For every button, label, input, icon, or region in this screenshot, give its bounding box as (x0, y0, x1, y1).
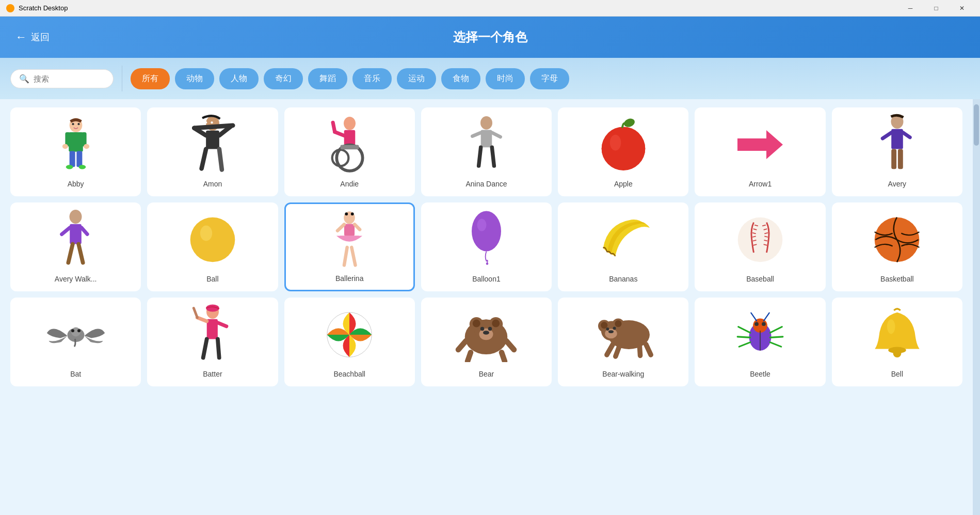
filter-btn-music[interactable]: 音乐 (352, 68, 392, 89)
svg-point-115 (608, 330, 614, 333)
sprite-label-bell: Bell (891, 370, 903, 378)
svg-rect-5 (76, 151, 82, 167)
title-bar-left: Scratch Desktop (6, 4, 68, 12)
svg-line-130 (770, 342, 781, 347)
sprite-label-avery-walk...: Avery Walk... (55, 275, 97, 283)
sprite-card-avery-walk...[interactable]: Avery Walk... (10, 202, 141, 291)
app-icon (6, 4, 14, 12)
svg-point-28 (480, 116, 492, 130)
search-input[interactable] (34, 74, 106, 83)
filter-btn-food[interactable]: 食物 (441, 68, 480, 89)
svg-line-86 (218, 323, 227, 326)
svg-line-118 (616, 346, 619, 356)
sprite-image-andie (290, 114, 410, 176)
svg-point-7 (84, 144, 89, 149)
svg-point-45 (70, 210, 82, 224)
svg-line-16 (194, 126, 233, 128)
sprite-label-ball: Ball (206, 275, 218, 283)
sprite-card-bell[interactable]: Bell (832, 298, 962, 386)
svg-line-18 (219, 149, 222, 170)
sprite-label-beetle: Beetle (750, 370, 770, 378)
scrollbar[interactable] (973, 99, 980, 515)
sprite-label-balloon1: Balloon1 (472, 275, 501, 283)
svg-line-50 (78, 244, 83, 262)
sprite-card-avery[interactable]: Avery (832, 107, 962, 196)
sprite-card-bat[interactable]: Bat (10, 298, 141, 386)
sprite-card-balloon1[interactable]: Balloon1 (421, 202, 552, 291)
sprite-card-bananas[interactable]: Bananas (558, 202, 688, 291)
close-button[interactable]: ✕ (950, 0, 974, 17)
filter-btn-dance[interactable]: 舞蹈 (308, 68, 347, 89)
svg-line-24 (333, 122, 335, 132)
sprite-card-bear-walking[interactable]: Bear-walking (558, 298, 688, 386)
svg-rect-22 (344, 130, 355, 145)
filter-btn-sports[interactable]: 运动 (397, 68, 436, 89)
svg-line-49 (69, 244, 73, 262)
filter-btn-animals[interactable]: 动物 (175, 68, 214, 89)
svg-rect-40 (891, 129, 903, 149)
sprite-card-arrow1[interactable]: Arrow1 (695, 107, 825, 196)
sprite-image-amon (152, 114, 272, 176)
sprite-label-beachball: Beachball (333, 370, 365, 378)
svg-point-9 (78, 165, 86, 169)
sprite-card-andie[interactable]: Andie (284, 107, 415, 196)
sprite-card-anina-dance[interactable]: Anina Dance (421, 107, 552, 196)
svg-rect-4 (69, 151, 75, 167)
svg-point-55 (351, 212, 354, 215)
sprite-label-bear-walking: Bear-walking (602, 370, 644, 378)
sprite-image-beetle (700, 304, 820, 366)
sprite-image-bananas (563, 209, 683, 271)
sprite-card-baseball[interactable]: Baseball (695, 202, 825, 291)
svg-point-54 (345, 212, 348, 215)
filter-btn-fashion[interactable]: 时尚 (486, 68, 525, 89)
filter-btn-all[interactable]: 所有 (131, 68, 170, 89)
svg-point-37 (623, 117, 636, 129)
svg-point-10 (72, 123, 74, 125)
filter-btn-letters[interactable]: 字母 (530, 68, 569, 89)
svg-line-60 (352, 247, 356, 265)
svg-point-100 (488, 326, 492, 331)
sprite-card-apple[interactable]: Apple (558, 107, 688, 196)
sprite-card-batter[interactable]: Batter (147, 298, 278, 386)
scrollbar-thumb[interactable] (974, 104, 979, 146)
sprite-card-basketball[interactable]: Basketball (832, 202, 962, 291)
svg-point-123 (762, 322, 766, 326)
sprite-image-bear-walking (563, 304, 683, 366)
svg-point-62 (477, 219, 486, 231)
svg-line-87 (203, 339, 207, 357)
search-box: 🔍 (10, 69, 114, 88)
sprite-card-bear[interactable]: Bear (421, 298, 552, 386)
sprite-image-balloon1 (426, 209, 547, 271)
sprite-label-baseball: Baseball (746, 275, 774, 283)
minimize-button[interactable]: ─ (898, 0, 922, 17)
sprite-grid: Abby Amon Andie Anina Dance (0, 99, 973, 515)
sprite-card-ballerina[interactable]: Ballerina (284, 202, 415, 291)
sprite-card-abby[interactable]: Abby (10, 107, 141, 196)
sprite-image-basketball (837, 209, 957, 271)
search-icon: 🔍 (19, 74, 29, 84)
svg-point-113 (606, 327, 609, 331)
back-button[interactable]: ← 返回 (15, 30, 50, 44)
svg-line-41 (882, 133, 891, 138)
sprite-card-amon[interactable]: Amon (147, 107, 278, 196)
sprite-image-bear (426, 304, 547, 366)
svg-line-47 (62, 228, 70, 235)
filter-btn-fantasy[interactable]: 奇幻 (264, 68, 303, 89)
sprite-card-beetle[interactable]: Beetle (695, 298, 825, 386)
svg-line-105 (502, 352, 505, 361)
svg-point-19 (205, 121, 207, 123)
sprite-card-beachball[interactable]: Beachball (284, 298, 415, 386)
svg-point-122 (754, 322, 759, 326)
sprite-card-ball[interactable]: Ball (147, 202, 278, 291)
maximize-button[interactable]: □ (924, 0, 948, 17)
svg-point-110 (601, 322, 607, 329)
filter-buttons: 所有动物人物奇幻舞蹈音乐运动食物时尚字母 (131, 68, 569, 89)
svg-line-48 (82, 228, 87, 235)
svg-point-21 (344, 116, 356, 130)
sprite-image-anina-dance (426, 114, 547, 176)
svg-point-64 (738, 217, 783, 262)
svg-line-32 (479, 147, 481, 166)
title-bar: Scratch Desktop ─ □ ✕ (0, 0, 980, 17)
svg-rect-27 (340, 145, 359, 149)
filter-btn-people[interactable]: 人物 (219, 68, 259, 89)
